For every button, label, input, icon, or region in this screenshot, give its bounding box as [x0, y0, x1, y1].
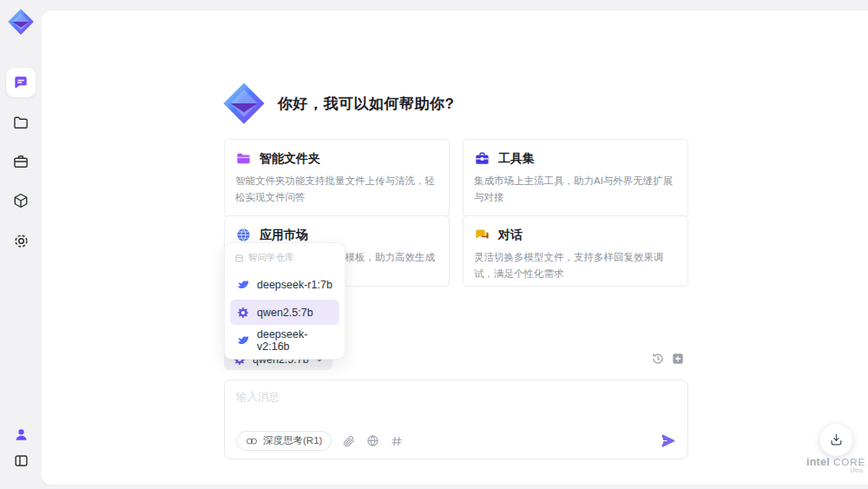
send-icon — [660, 433, 676, 449]
plus-square-icon — [671, 352, 685, 366]
deep-think-icon — [246, 436, 258, 446]
attach-button[interactable] — [343, 435, 355, 447]
dialogue-icon — [474, 227, 490, 243]
greeting-title: 你好，我可以如何帮助你? — [278, 94, 454, 114]
sidebar — [0, 0, 42, 489]
card-dialogue[interactable]: 对话 灵活切换多模型文件，支持多样回复效果调试，满足个性化需求 — [463, 215, 688, 287]
web-search-button[interactable] — [366, 434, 379, 447]
history-icon — [651, 352, 665, 366]
model-dropdown-header: 智问学仓库 — [230, 249, 339, 269]
gem-logo-icon — [220, 80, 267, 127]
model-option-deepseek-v2-16b[interactable]: deepseek-v2:16b — [230, 327, 339, 353]
briefcase-icon — [12, 153, 30, 170]
smart-folder-icon — [235, 150, 252, 167]
qwen-icon — [236, 306, 250, 320]
card-toolset[interactable]: 工具集 集成市场上主流工具，助力AI与外界无缝扩展与对接 — [463, 139, 688, 217]
cube-icon — [12, 192, 30, 209]
intel-tier: Ultra — [800, 467, 868, 473]
deep-think-toggle[interactable]: 深度思考(R1) — [236, 431, 332, 451]
sidebar-item-toolbox[interactable] — [6, 147, 36, 176]
sidebar-item-collapse-panel[interactable] — [6, 446, 36, 475]
deep-think-label: 深度思考(R1) — [263, 434, 322, 447]
sidebar-item-folders[interactable] — [6, 108, 36, 137]
send-button[interactable] — [660, 433, 676, 449]
sidebar-item-account[interactable] — [6, 420, 36, 449]
globe-icon — [366, 434, 379, 447]
history-button[interactable] — [651, 352, 665, 369]
paperclip-icon — [343, 435, 355, 447]
repository-icon — [234, 254, 244, 263]
new-chat-button[interactable] — [671, 352, 685, 369]
card-title: 工具集 — [498, 151, 535, 167]
card-description: 智能文件夹功能支持批量文件上传与清洗，轻松实现文件问答 — [235, 173, 438, 206]
app-logo — [6, 7, 36, 36]
deepseek-icon — [236, 278, 250, 292]
card-description: 灵活切换多模型文件，支持多样回复效果调试，满足个性化需求 — [474, 249, 677, 282]
card-smart-folder[interactable]: 智能文件夹 智能文件夹功能支持批量文件上传与清洗，轻松实现文件问答 — [224, 139, 450, 217]
gear-icon — [12, 232, 30, 250]
message-composer[interactable]: 输入消息 深度思考(R1) — [224, 380, 688, 459]
app-market-icon — [235, 227, 252, 243]
sidebar-item-models[interactable] — [6, 186, 36, 215]
model-option-label: qwen2.5:7b — [257, 307, 313, 319]
intel-core-badge: intel core Ultra — [800, 456, 868, 473]
deepseek-icon — [236, 334, 250, 347]
panel-layout-icon — [13, 453, 30, 469]
model-option-label: deepseek-r1:7b — [257, 279, 332, 291]
composer-placeholder: 输入消息 — [236, 390, 676, 405]
chat-bubble-icon — [12, 74, 30, 91]
model-option-deepseek-r1-7b[interactable]: deepseek-r1:7b — [230, 272, 339, 297]
prompt-library-button[interactable] — [391, 435, 403, 447]
greeting: 你好，我可以如何帮助你? — [220, 80, 454, 127]
sidebar-item-chat[interactable] — [6, 68, 36, 97]
intel-brand: intel — [806, 456, 830, 468]
download-icon — [829, 433, 844, 447]
model-dropdown: 智问学仓库 deepseek-r1:7b qwen2.5:7b deepseek… — [224, 242, 345, 360]
toolset-icon — [474, 150, 490, 167]
card-title: 智能文件夹 — [260, 151, 320, 167]
user-icon — [13, 426, 30, 443]
model-option-label: deepseek-v2:16b — [257, 328, 333, 353]
model-option-qwen2-5-7b[interactable]: qwen2.5:7b — [230, 300, 339, 325]
hash-icon — [391, 435, 403, 447]
card-title: 对话 — [498, 228, 523, 243]
download-model-button[interactable] — [820, 424, 852, 456]
sidebar-item-settings[interactable] — [6, 226, 36, 255]
card-title: 应用市场 — [260, 228, 308, 243]
folder-icon — [12, 114, 30, 131]
intel-product: core — [833, 457, 865, 467]
gem-logo-icon — [6, 7, 36, 36]
card-description: 集成市场上主流工具，助力AI与外界无缝扩展与对接 — [474, 173, 677, 206]
